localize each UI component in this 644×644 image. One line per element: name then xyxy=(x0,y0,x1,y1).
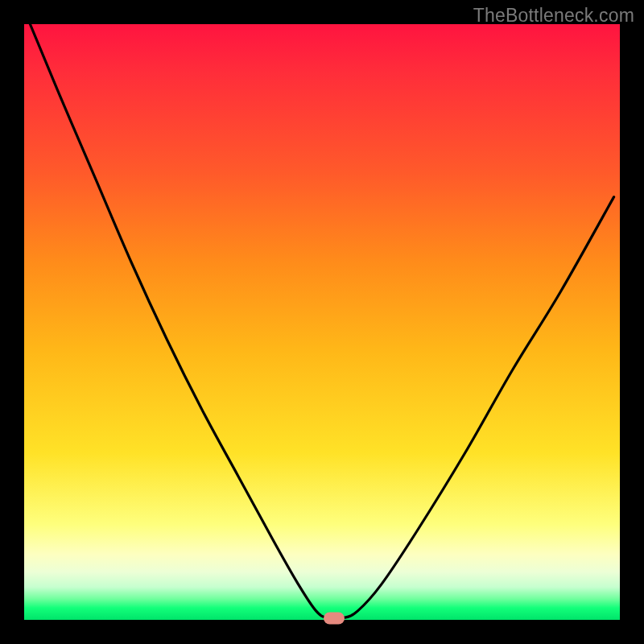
min-marker xyxy=(324,612,345,624)
plot-area xyxy=(24,24,620,620)
curve-line xyxy=(30,24,613,619)
watermark-text: TheBottleneck.com xyxy=(473,5,634,27)
bottleneck-curve xyxy=(24,24,620,620)
chart-frame: TheBottleneck.com xyxy=(0,0,644,644)
